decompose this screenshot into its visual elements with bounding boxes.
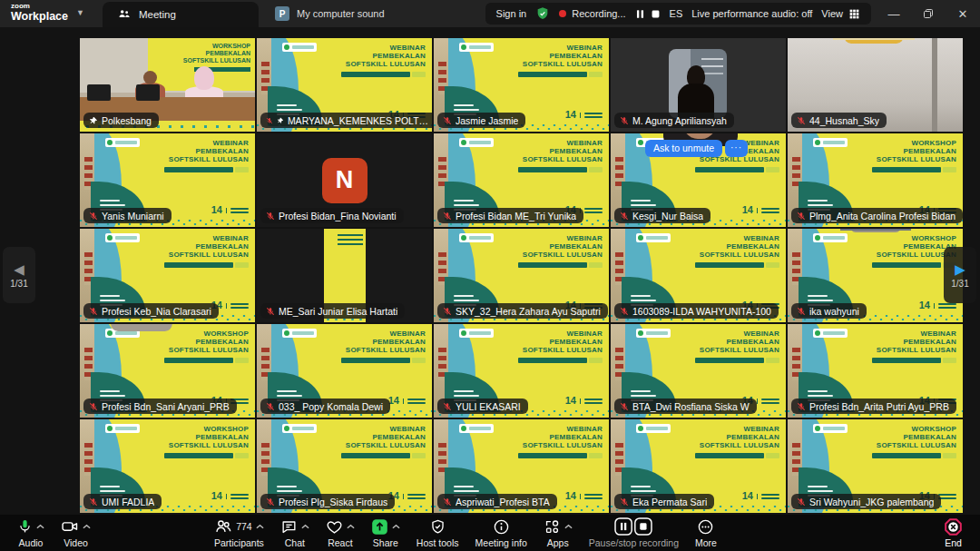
participant-name: Profesi Bdn_Arita Putri Ayu_PRB (809, 401, 949, 412)
slide-subtitle-pill (518, 72, 603, 77)
presenter-woman-head (194, 66, 214, 90)
participant-tile[interactable]: WORKSHOP PEMBEKALAN SOFTSKILL LULUSAN14S… (788, 419, 963, 513)
pause-recording-icon[interactable] (635, 9, 645, 19)
participant-name-tag: ME_Sari Juniar Elisa Hartati (260, 303, 405, 319)
participant-tile[interactable]: ME_Sari Juniar Elisa Hartati (257, 229, 432, 322)
participant-tile[interactable]: WEBINAR PEMBEKALAN SOFTSKILL LULUSAN1403… (257, 324, 432, 418)
mic-off-icon (620, 116, 629, 125)
participants-button[interactable]: 774 Participants (206, 515, 272, 551)
participant-name: Kesgi_Nur Baisa (632, 211, 703, 221)
participant-tile[interactable]: WEBINAR PEMBEKALAN SOFTSKILL LULUSAN14BT… (611, 324, 786, 418)
share-button[interactable]: Share (363, 515, 408, 551)
slide-date-number: 14 (565, 110, 576, 120)
chat-caret-icon[interactable] (301, 524, 309, 529)
slide-logo (282, 329, 317, 338)
participant-name: Aspriwati_Profesi BTA (456, 497, 550, 507)
slide-date: 14 (211, 491, 249, 501)
language-indicator[interactable]: ES (670, 8, 683, 19)
host-tools-button[interactable]: Host tools (408, 515, 467, 551)
sign-in-button[interactable]: Sign in (496, 8, 527, 19)
participant-tile[interactable]: NProfesi Bidan_Fina Novianti (257, 133, 432, 227)
mic-off-icon (797, 497, 806, 507)
minimize-button[interactable]: — (877, 0, 911, 27)
slide-subtitle-pill (872, 453, 956, 458)
pause-stop-recording-button[interactable]: Pause/stop recording (581, 515, 687, 551)
slide-logo (813, 329, 848, 338)
slide-title: WEBINAR PEMBEKALAN SOFTSKILL LULUSAN (523, 44, 603, 69)
participant-tile[interactable]: WEBINAR PEMBEKALAN SOFTSKILL LULUSAN14Ja… (434, 38, 609, 132)
tile-more-options-button[interactable]: ··· (725, 140, 748, 157)
participant-tile[interactable]: WEBINAR PEMBEKALAN SOFTSKILL LULUSAN14As… (434, 419, 609, 513)
audio-caret-icon[interactable] (36, 524, 44, 529)
chevron-down-icon[interactable]: ▼ (76, 8, 84, 17)
participant-name-tag: Profesi Bdn_Arita Putri Ayu_PRB (791, 398, 956, 414)
slide-subtitle-pill (164, 167, 249, 172)
participant-tile[interactable]: M. Agung Apriliansyah (611, 38, 786, 132)
slide-date-number: 14 (565, 396, 576, 406)
gallery-next-button[interactable]: ▶ 1/31 (944, 247, 976, 303)
participant-tile[interactable]: WORKSHOP PEMBEKALAN SOFTSKILL LULUSANPol… (80, 38, 255, 132)
meeting-info-button[interactable]: Meeting info (467, 515, 535, 551)
live-audio-status[interactable]: Live performance audio: off (691, 8, 812, 19)
participant-tile[interactable]: WEBINAR PEMBEKALAN SOFTSKILL LULUSAN14MA… (257, 38, 432, 132)
apps-button[interactable]: Apps (535, 515, 581, 551)
participant-name-tag: Sri Wahyuni_JKG palembang (791, 494, 941, 509)
tab-computer-sound[interactable]: P My computer sound (275, 0, 385, 27)
participant-tile[interactable]: WEBINAR PEMBEKALAN SOFTSKILL LULUSAN14Ek… (611, 419, 786, 513)
participant-tile[interactable]: WEBINAR PEMBEKALAN SOFTSKILL LULUSAN14Ya… (80, 133, 255, 227)
slide-subtitle-pill (518, 262, 603, 268)
slide-subtitle-pill (872, 358, 956, 363)
logo-workplace-text: Workplace (11, 11, 68, 23)
participant-tile[interactable]: 44_Husnah_Sky (788, 38, 963, 132)
react-button[interactable]: React (318, 515, 363, 551)
participant-tile[interactable]: WEBINAR PEMBEKALAN SOFTSKILL LULUSAN14YU… (434, 324, 609, 418)
participant-tile[interactable]: WORKSHOP PEMBEKALAN SOFTSKILL LULUSAN14P… (788, 133, 963, 227)
participant-name-tag: ika wahyuni (791, 303, 867, 319)
mic-off-icon (266, 212, 275, 221)
apps-caret-icon[interactable] (564, 524, 573, 529)
participant-tile[interactable]: WEBINAR PEMBEKALAN SOFTSKILL LULUSAN14Pr… (434, 133, 609, 227)
ask-to-unmute-button[interactable]: Ask to unmute (645, 140, 722, 157)
react-caret-icon[interactable] (347, 524, 355, 529)
gallery-prev-button[interactable]: ◀ 1/31 (3, 247, 35, 303)
video-button[interactable]: Video (53, 515, 99, 551)
participant-name: Sri Wahyuni_JKG palembang (809, 497, 934, 507)
mic-off-icon (266, 307, 275, 316)
participant-name-tag: 44_Husnah_Sky (791, 113, 887, 128)
mic-off-icon (89, 402, 98, 411)
participant-tile[interactable]: WORKSHOP PEMBEKALAN SOFTSKILL LULUSAN14U… (80, 419, 255, 513)
slide-logo (105, 424, 140, 433)
share-caret-icon[interactable] (392, 524, 400, 529)
monitor (136, 84, 160, 101)
presenter-man-head (143, 71, 157, 84)
participant-tile[interactable]: WORKSHOP PEMBEKALAN SOFTSKILL LULUSAN14i… (788, 229, 963, 322)
window-controls: — ✕ (877, 0, 980, 27)
slide-title: WORKSHOP PEMBEKALAN SOFTSKILL LULUSAN (877, 139, 956, 164)
shield-check-icon[interactable] (535, 6, 550, 21)
slide-logo (636, 424, 671, 433)
mic-off-icon (89, 497, 98, 507)
view-button[interactable]: View (821, 8, 860, 20)
stop-recording-icon[interactable] (651, 9, 661, 19)
participant-tile[interactable]: WEBINAR PEMBEKALAN SOFTSKILL LULUSAN14SK… (434, 229, 609, 322)
audio-button[interactable]: Audio (9, 515, 53, 551)
participant-tile[interactable]: WEBINAR PEMBEKALAN SOFTSKILL LULUSAN14Pr… (257, 419, 432, 513)
slide-title: WEBINAR PEMBEKALAN SOFTSKILL LULUSAN (700, 330, 779, 355)
participant-tile[interactable]: WEBINAR PEMBEKALAN SOFTSKILL LULUSAN14Pr… (80, 229, 255, 322)
video-caret-icon[interactable] (83, 524, 91, 529)
grid-view-icon (848, 8, 860, 20)
chat-button[interactable]: Chat (272, 515, 318, 551)
microphone-icon (17, 518, 33, 535)
end-button[interactable]: End (936, 515, 971, 551)
restore-button[interactable] (911, 0, 946, 27)
host-tools-label: Host tools (416, 538, 459, 548)
participant-tile[interactable]: WEBINAR PEMBEKALAN SOFTSKILL LULUSAN14Pr… (788, 324, 963, 418)
tab-meeting[interactable]: Meeting (103, 2, 259, 27)
close-button[interactable]: ✕ (946, 0, 980, 27)
mic-off-icon (443, 402, 452, 411)
more-button[interactable]: More (687, 515, 725, 551)
participant-tile[interactable]: WORKSHOP PEMBEKALAN SOFTSKILL LULUSAN14P… (80, 324, 255, 418)
participant-tile[interactable]: WEBINAR PEMBEKALAN SOFTSKILL LULUSAN1416… (611, 229, 786, 322)
participants-caret-icon[interactable] (256, 524, 264, 529)
participant-tile[interactable]: WEBINAR PEMBEKALAN SOFTSKILL LULUSAN14As… (611, 133, 786, 227)
